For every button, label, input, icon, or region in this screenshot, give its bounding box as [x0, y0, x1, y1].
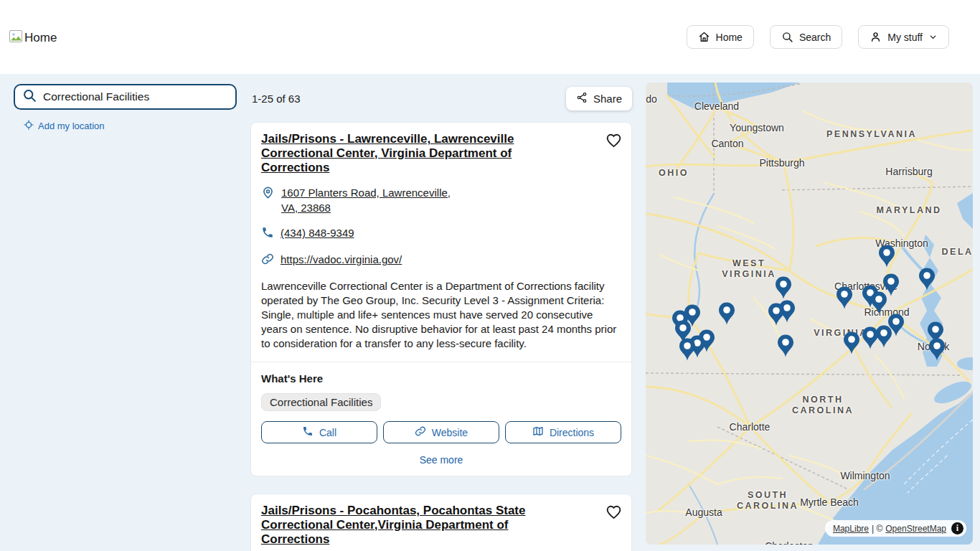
- heart-icon: [605, 512, 623, 523]
- website-button-label: Website: [432, 427, 468, 438]
- maplibre-link[interactable]: MapLibre: [833, 524, 869, 534]
- phone-link[interactable]: (434) 848-9349: [281, 225, 354, 240]
- see-more-link[interactable]: See more: [420, 454, 463, 466]
- search-box: [14, 84, 237, 110]
- result-title-link[interactable]: Jails/Prisons - Lawrenceville, Lawrencev…: [261, 132, 548, 175]
- address-line-2: VA, 23868: [281, 200, 451, 215]
- results-panel: 1-25 of 63 Share Jails/Prisons - Lawrenc…: [250, 74, 632, 551]
- home-icon: [698, 31, 710, 43]
- my-stuff-button-label: My stuff: [887, 32, 923, 43]
- map-pin-marker[interactable]: [774, 276, 793, 300]
- description-text: Lawrenceville Correctional Center is a D…: [261, 279, 621, 351]
- phone-icon: [302, 425, 314, 439]
- add-my-location-link[interactable]: Add my location: [24, 120, 105, 132]
- attribution-separator: | ©: [872, 524, 882, 534]
- map-pin-marker[interactable]: [678, 337, 697, 362]
- category-tag: Correctional Facilities: [261, 393, 381, 411]
- favorite-heart-button[interactable]: [605, 131, 623, 151]
- search-button[interactable]: Search: [770, 25, 842, 49]
- add-my-location-label: Add my location: [38, 121, 105, 131]
- search-input-icon: [22, 88, 37, 105]
- my-stuff-button[interactable]: My stuff: [858, 25, 949, 49]
- map-pin-marker[interactable]: [870, 291, 888, 315]
- search-input[interactable]: [43, 90, 228, 103]
- map-pin-marker[interactable]: [717, 301, 736, 326]
- map-pin-marker[interactable]: [842, 331, 861, 355]
- address-line-1: 1607 Planters Road, Lawrenceville,: [281, 185, 451, 200]
- share-button-label: Share: [593, 93, 622, 105]
- result-card: Jails/Prisons - Pocahontas, Pocahontas S…: [250, 494, 632, 551]
- map-pin-marker[interactable]: [928, 337, 946, 362]
- link-icon: [415, 425, 426, 439]
- map-attribution: MapLibre | © OpenStreetMap i: [825, 520, 966, 537]
- search-icon: [781, 31, 793, 43]
- call-button[interactable]: Call: [261, 421, 377, 443]
- favorite-heart-button[interactable]: [605, 503, 623, 523]
- map-icon: [532, 425, 544, 439]
- broken-image-icon: [9, 29, 23, 47]
- map-pin-marker[interactable]: [835, 286, 854, 310]
- map-pin-marker[interactable]: [767, 302, 786, 326]
- website-button[interactable]: Website: [383, 421, 499, 443]
- home-button[interactable]: Home: [687, 25, 754, 49]
- website-link[interactable]: https://vadoc.virginia.gov/: [281, 252, 402, 267]
- top-header: Home Home Search My st: [0, 0, 980, 74]
- map-pin-marker[interactable]: [776, 334, 795, 358]
- location-pin-icon: [261, 186, 275, 202]
- chevron-down-icon: [928, 32, 938, 42]
- search-button-label: Search: [799, 32, 831, 43]
- map-pin-marker[interactable]: [861, 326, 880, 350]
- link-icon: [261, 253, 274, 268]
- logo-home-link[interactable]: Home: [9, 29, 57, 47]
- crosshair-icon: [24, 120, 34, 132]
- whats-here-heading: What's Here: [261, 372, 621, 385]
- main-content: Add my location 1-25 of 63 Share Jails/P…: [0, 74, 980, 551]
- map-canvas[interactable]: doClevelandYoungstownCantonPENNSYLVANIAP…: [646, 83, 973, 545]
- address-link[interactable]: 1607 Planters Road, Lawrenceville, VA, 2…: [281, 185, 451, 215]
- heart-icon: [605, 141, 623, 151]
- logo-alt-text: Home: [24, 31, 57, 45]
- card-divider: [251, 362, 631, 362]
- call-button-label: Call: [319, 427, 336, 438]
- home-button-label: Home: [716, 32, 743, 43]
- map-pin-marker[interactable]: [918, 267, 936, 291]
- map-pin-marker[interactable]: [877, 244, 896, 268]
- results-count: 1-25 of 63: [252, 93, 301, 105]
- info-icon[interactable]: i: [951, 522, 963, 534]
- phone-icon: [261, 226, 274, 242]
- share-button[interactable]: Share: [566, 87, 632, 110]
- directions-button-label: Directions: [550, 427, 594, 438]
- result-title-link[interactable]: Jails/Prisons - Pocahontas, Pocahontas S…: [261, 504, 548, 547]
- openstreetmap-link[interactable]: OpenStreetMap: [885, 524, 946, 534]
- result-card: Jails/Prisons - Lawrenceville, Lawrencev…: [250, 122, 632, 476]
- directions-button[interactable]: Directions: [505, 421, 621, 443]
- header-nav: Home Search My stuff: [687, 25, 949, 49]
- person-icon: [870, 31, 882, 43]
- share-icon: [576, 92, 588, 105]
